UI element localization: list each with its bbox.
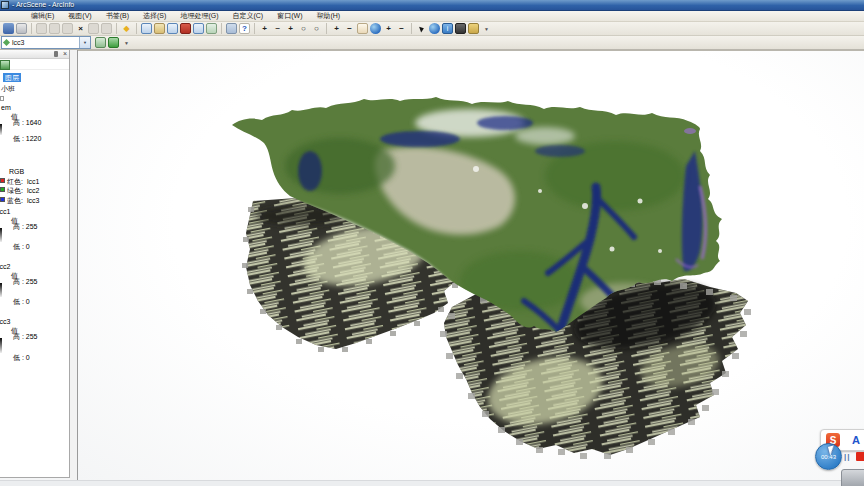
add-data-icon[interactable]: ◆ [121, 23, 132, 34]
toc-list-by-drawing-icon[interactable] [0, 60, 10, 70]
toc-legend-red-band-value: lcc1 [27, 177, 39, 186]
full-extent-icon[interactable] [370, 23, 381, 34]
menu-bar: 编辑(E) 视图(V) 书签(B) 选择(S) 地理处理(G) 自定义(C) 窗… [0, 11, 864, 22]
toolbar-separator [221, 23, 222, 34]
title-bar[interactable]: - ArcScene - ArcInfo [0, 0, 864, 11]
table-of-contents-panel: × 图层 小班 em 值 高 : 1640 低 : 1220 RGB 红色: l… [0, 50, 70, 478]
blue-band-chip [0, 197, 5, 202]
toc-legend-low-0: 低 : 0 [13, 353, 30, 362]
bottom-edge-strip [0, 480, 864, 486]
layer-combo-value: lcc3 [12, 39, 79, 46]
cut-icon[interactable] [36, 23, 47, 34]
toc-header: × [0, 50, 69, 59]
zoom-out-icon[interactable]: − [344, 23, 355, 34]
toc-node-lcc3[interactable]: lcc3 [0, 317, 10, 326]
globe-view-icon[interactable] [429, 23, 440, 34]
toolbar-separator [411, 23, 412, 34]
layer-toolbar-overflow-icon[interactable]: ▼ [121, 37, 132, 48]
zoom-to-target-icon[interactable]: ○ [298, 23, 309, 34]
toolbar-separator [136, 23, 137, 34]
lcc2-color-ramp [0, 283, 2, 297]
menu-edit[interactable]: 编辑(E) [24, 11, 61, 21]
save-icon[interactable] [3, 23, 14, 34]
toc-legend-low-0: 低 : 0 [13, 242, 30, 251]
fixed-zoom-out-icon[interactable]: − [396, 23, 407, 34]
menu-bookmarks[interactable]: 书签(B) [99, 11, 136, 21]
toolbar-separator [326, 23, 327, 34]
stop-recording-icon[interactable] [856, 452, 864, 461]
toc-legend-rgb-label: RGB [9, 167, 24, 176]
copy-icon[interactable] [49, 23, 60, 34]
toc-node-lcc1[interactable]: lcc1 [0, 207, 10, 216]
menu-selection[interactable]: 选择(S) [136, 11, 173, 21]
fixed-zoom-in-icon[interactable]: + [383, 23, 394, 34]
toolbox-icon[interactable] [180, 23, 191, 34]
identify-icon[interactable]: i [442, 23, 453, 34]
scene-canvas [78, 50, 864, 481]
toc-legend-high-255: 高 : 255 [13, 332, 38, 341]
catalog-icon[interactable] [154, 23, 165, 34]
toc-legend-red-band: 红色: [7, 177, 23, 186]
menu-window[interactable]: 窗口(W) [270, 11, 309, 21]
ime-letter-icon[interactable]: A [849, 433, 863, 447]
search-window-icon[interactable] [167, 23, 178, 34]
pause-icon[interactable]: || [844, 452, 850, 461]
combo-dropdown-icon[interactable]: ▼ [79, 37, 90, 48]
menu-geoprocessing[interactable]: 地理处理(G) [173, 11, 225, 21]
table-of-contents-icon[interactable] [141, 23, 152, 34]
lcc1-color-ramp [0, 228, 2, 242]
window-edge-fragment [841, 469, 864, 486]
menu-customize[interactable]: 自定义(C) [225, 11, 270, 21]
toolbar-separator [31, 23, 32, 34]
toc-legend-green-band-value: lcc2 [27, 186, 39, 195]
menu-help[interactable]: 帮助(H) [309, 11, 347, 21]
menu-view[interactable]: 视图(V) [61, 11, 98, 21]
navigate-icon[interactable]: + [259, 23, 270, 34]
red-band-chip [0, 178, 5, 183]
layer-combo[interactable]: lcc3 ▼ [1, 36, 91, 49]
layer-checkbox-fragment[interactable] [0, 96, 4, 101]
toc-node-dem[interactable]: em [1, 103, 11, 112]
pan-icon[interactable] [357, 23, 368, 34]
toc-node-xiaoban[interactable]: 小班 [1, 84, 15, 93]
set-observer-icon[interactable]: ○ [311, 23, 322, 34]
layer-fly-icon[interactable] [108, 37, 119, 48]
redo-icon[interactable] [101, 23, 112, 34]
scene-3d-view[interactable] [78, 50, 864, 481]
toc-legend-high-255: 高 : 255 [13, 222, 38, 231]
delete-icon[interactable]: × [75, 23, 86, 34]
toc-legend-blue-band: 蓝色: [7, 196, 23, 205]
center-on-target-icon[interactable]: + [285, 23, 296, 34]
toc-legend-low-1220: 低 : 1220 [13, 134, 41, 143]
toc-node-scene-layers[interactable]: 图层 [3, 73, 21, 82]
create-features-icon[interactable] [95, 37, 106, 48]
dem-color-ramp [0, 124, 2, 135]
arcscene-window: { "window": { "title": "- ArcScene - Arc… [0, 0, 864, 486]
python-window-icon[interactable] [193, 23, 204, 34]
layer-toolbar: lcc3 ▼ ▼ [0, 36, 864, 50]
toc-node-lcc2[interactable]: lcc2 [0, 262, 10, 271]
pin-icon[interactable] [54, 51, 58, 57]
toc-mode-strip [0, 59, 69, 70]
measure-icon[interactable] [468, 23, 479, 34]
toolbar-separator [254, 23, 255, 34]
toc-legend-high-255: 高 : 255 [13, 277, 38, 286]
window-title: - ArcScene - ArcInfo [12, 1, 74, 9]
standard-toolbar: × ◆ ? + ~ + ○ ○ + − + − i ▼ [0, 22, 864, 36]
fly-icon[interactable]: ~ [272, 23, 283, 34]
paste-icon[interactable] [62, 23, 73, 34]
toolbar-overflow-icon[interactable]: ▼ [481, 23, 492, 34]
help-icon[interactable]: ? [239, 23, 250, 34]
undo-icon[interactable] [88, 23, 99, 34]
zoom-in-icon[interactable]: + [331, 23, 342, 34]
scene-effects-icon[interactable] [226, 23, 237, 34]
select-graphics-icon[interactable] [416, 23, 427, 34]
toc-legend-low-0: 低 : 0 [13, 297, 30, 306]
print-icon[interactable] [16, 23, 27, 34]
panel-splitter[interactable] [70, 50, 78, 480]
close-icon[interactable]: × [63, 50, 67, 58]
modelbuilder-icon[interactable] [206, 23, 217, 34]
find-icon[interactable] [455, 23, 466, 34]
lcc3-color-ramp [0, 338, 2, 353]
layer-diamond-icon [3, 39, 10, 46]
